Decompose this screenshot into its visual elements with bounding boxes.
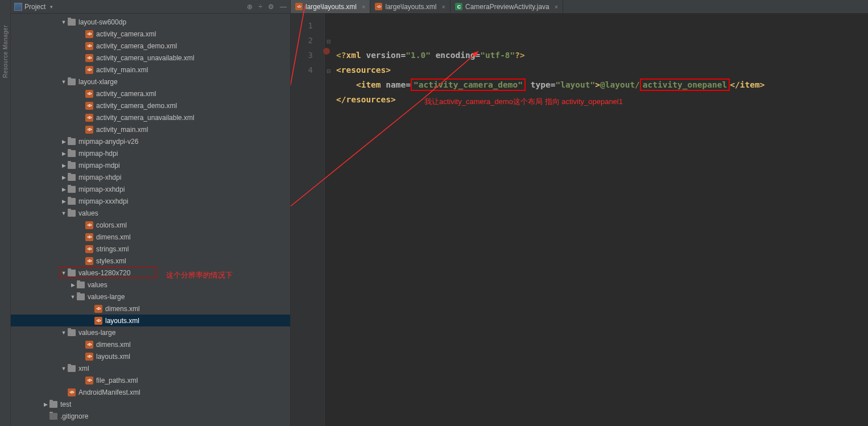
folder-icon [68, 174, 76, 181]
tree-item[interactable]: dimens.xml [11, 303, 290, 315]
hide-icon[interactable]: — [280, 3, 287, 11]
tree-item[interactable]: activity_camera_demo.xml [11, 40, 290, 52]
chevron-icon[interactable] [61, 210, 67, 216]
tree-item-label: mipmap-xxxhdpi [78, 197, 128, 205]
tree-item[interactable]: mipmap-xhdpi [11, 171, 290, 183]
tree-item[interactable]: layouts.xml [11, 350, 290, 362]
collapse-icon[interactable]: ÷ [258, 3, 262, 11]
xml-file-icon [85, 114, 93, 122]
tree-item[interactable]: mipmap-xxhdpi [11, 183, 290, 195]
tree-item[interactable]: mipmap-hdpi [11, 147, 290, 159]
intention-bulb-icon[interactable] [323, 48, 330, 55]
folder-icon [68, 210, 76, 217]
tree-item[interactable]: colors.xml [11, 219, 290, 231]
tree-item[interactable]: layout-xlarge [11, 76, 290, 88]
tree-item[interactable]: mipmap-xxxhdpi [11, 195, 290, 207]
chevron-icon[interactable] [61, 366, 67, 371]
editor-tab-bar: large\layouts.xml×large\layouts.xml×Came… [291, 0, 868, 14]
tree-item-label: activity_main.xml [96, 126, 148, 134]
tree-item[interactable]: values [11, 279, 290, 291]
layout-ref-highlight: activity_onepanel [640, 78, 730, 91]
tree-item[interactable]: activity_main.xml [11, 123, 290, 135]
tree-item-label: file_paths.xml [96, 377, 138, 384]
tree-item-label: dimens.xml [96, 233, 131, 241]
tree-item[interactable]: values-large [11, 326, 290, 338]
tree-item[interactable]: values-1280x720 [11, 267, 290, 279]
resource-manager-tab[interactable]: Resource Manager [2, 25, 9, 78]
tree-item-label: activity_camera_unavailable.xml [96, 114, 195, 122]
editor-gutter: 1234 [291, 14, 325, 426]
tree-item[interactable]: values [11, 207, 290, 219]
chevron-icon[interactable] [43, 402, 48, 407]
code-area[interactable]: <?xml version="1.0" encoding="utf-8"?> <… [333, 14, 868, 426]
xml-file-icon [295, 3, 303, 10]
chevron-icon[interactable] [61, 139, 67, 144]
close-icon[interactable]: × [362, 3, 365, 10]
chevron-icon[interactable] [61, 175, 67, 180]
close-icon[interactable]: × [555, 3, 558, 10]
xml-file-icon [85, 90, 93, 98]
folder-icon [77, 293, 85, 300]
chevron-icon[interactable] [70, 282, 76, 288]
editor-tab[interactable]: large\layouts.xml× [370, 0, 450, 13]
tree-item[interactable]: activity_camera.xml [11, 28, 290, 40]
folder-icon [77, 282, 85, 288]
tree-item-label: AndroidManifest.xml [78, 388, 140, 396]
close-icon[interactable]: × [442, 3, 445, 10]
gear-icon[interactable]: ⚙ [268, 3, 274, 11]
tree-item[interactable]: styles.xml [11, 255, 290, 267]
tree-item-label: activity_camera_demo.xml [96, 102, 177, 110]
chevron-icon[interactable] [61, 151, 67, 156]
chevron-down-icon: ▾ [50, 4, 53, 10]
tree-item[interactable]: activity_camera.xml [11, 88, 290, 100]
tree-item[interactable]: layouts.xml [11, 315, 290, 326]
attr-name-highlight: "activity_camera_demo" [411, 78, 526, 91]
tree-item[interactable]: activity_main.xml [11, 64, 290, 76]
tab-label: large\layouts.xml [305, 3, 357, 11]
chevron-icon[interactable] [61, 79, 67, 85]
tree-item[interactable]: mipmap-mdpi [11, 159, 290, 171]
tree-item-label: activity_camera.xml [96, 30, 156, 38]
tree-item-label: values-large [88, 293, 125, 301]
xml-file-icon [375, 3, 382, 10]
xml-file-icon [85, 245, 93, 253]
tree-item[interactable]: strings.xml [11, 243, 290, 255]
chevron-icon[interactable] [61, 330, 67, 336]
project-header-title: Project [24, 3, 46, 11]
editor-tab[interactable]: large\layouts.xml× [291, 0, 370, 13]
tree-item[interactable]: activity_camera_unavailable.xml [11, 111, 290, 123]
chevron-icon[interactable] [61, 19, 67, 25]
project-view-dropdown[interactable]: Project ▾ [14, 3, 53, 11]
tree-item[interactable]: test [11, 398, 290, 410]
tree-item[interactable]: layout-sw600dp [11, 16, 290, 28]
tree-item-label: mipmap-anydpi-v26 [78, 138, 138, 146]
locate-icon[interactable]: ⊕ [247, 3, 253, 11]
tree-item[interactable]: activity_camera_unavailable.xml [11, 52, 290, 64]
tree-item-label: layout-xlarge [78, 78, 118, 86]
chevron-icon[interactable] [61, 187, 67, 192]
project-tree[interactable]: layout-sw600dpactivity_camera.xmlactivit… [11, 14, 290, 426]
tab-label: large\layouts.xml [385, 3, 436, 11]
tree-item[interactable]: AndroidManifest.xml [11, 386, 290, 398]
file-icon [49, 413, 57, 420]
tree-item[interactable]: mipmap-anydpi-v26 [11, 135, 290, 147]
xml-file-icon [85, 353, 93, 361]
xml-file-icon [94, 305, 102, 313]
tree-item[interactable]: values-large [11, 291, 290, 303]
tree-item[interactable]: xml [11, 362, 290, 374]
chevron-icon[interactable] [61, 198, 67, 204]
tree-item[interactable]: activity_camera_demo.xml [11, 100, 290, 111]
xml-file-icon [85, 42, 93, 50]
xml-file-icon [85, 221, 93, 229]
project-header: Project ▾ ⊕ ÷ ⚙ — [11, 0, 290, 14]
annotation-pointer-text: 我让activity_camera_demo这个布局 指向 activity_o… [424, 97, 623, 107]
tree-item[interactable]: dimens.xml [11, 231, 290, 243]
tree-item[interactable]: .gitignore [11, 410, 290, 422]
chevron-icon[interactable] [61, 163, 67, 168]
tree-item[interactable]: dimens.xml [11, 338, 290, 350]
editor-tab[interactable]: CameraPreviewActivity.java× [450, 0, 563, 13]
chevron-icon[interactable] [70, 294, 76, 300]
project-header-tools: ⊕ ÷ ⚙ — [247, 3, 287, 11]
tree-item[interactable]: file_paths.xml [11, 374, 290, 386]
tree-item-label: activity_main.xml [96, 66, 148, 74]
